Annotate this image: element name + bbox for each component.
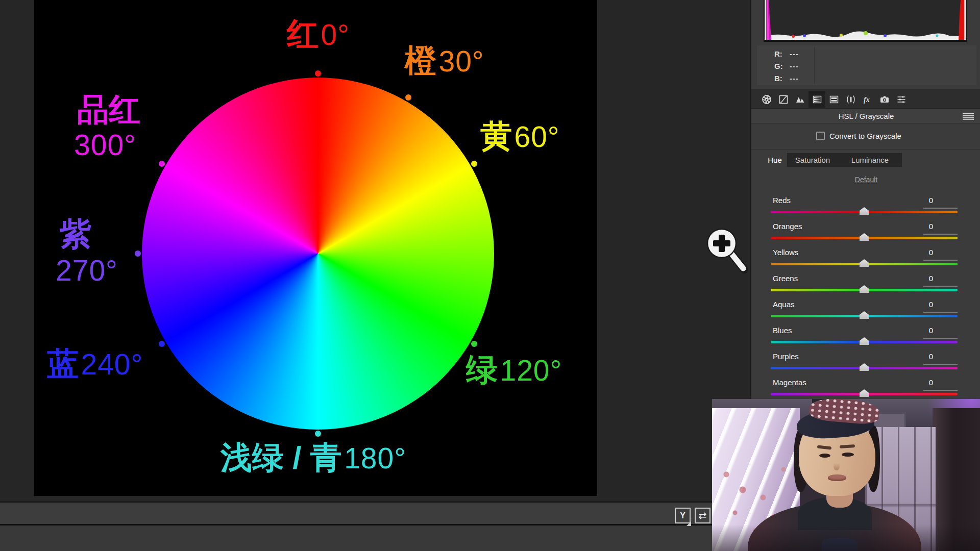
wheel-dot-red bbox=[315, 70, 321, 77]
slider-label: Purples bbox=[773, 352, 799, 361]
tab-hue[interactable]: Hue bbox=[763, 153, 787, 167]
slider-value-underline bbox=[923, 364, 958, 365]
wheel-dot-yellow bbox=[471, 161, 477, 167]
zoom-in-cursor-icon bbox=[702, 224, 751, 276]
slider-thumb[interactable] bbox=[860, 389, 869, 397]
slider-value-underline bbox=[923, 286, 958, 287]
wheel-label-cyan: 浅绿 / 青 180° bbox=[220, 442, 406, 473]
slider-row-yellows: Yellows0 bbox=[751, 248, 980, 274]
tab-luminance[interactable]: Luminance bbox=[838, 153, 902, 167]
slider-value[interactable]: 0 bbox=[920, 300, 933, 309]
wheel-label-magenta: 品红 bbox=[77, 94, 140, 126]
tone-curve-tab-icon[interactable] bbox=[775, 91, 792, 108]
wheel-label-orange: 橙 30° bbox=[405, 45, 484, 77]
wheel-label-zh: 浅绿 / 青 bbox=[220, 440, 342, 475]
slider-value[interactable]: 0 bbox=[920, 248, 933, 257]
b-value: --- bbox=[790, 74, 799, 83]
slider-label: Aquas bbox=[773, 300, 795, 309]
swap-before-after-button[interactable]: ⇄ bbox=[695, 508, 710, 523]
slider-value-underline bbox=[923, 260, 958, 261]
wheel-label-red: 红 0° bbox=[287, 18, 350, 50]
slider-thumb[interactable] bbox=[860, 285, 869, 293]
hue-wheel bbox=[142, 78, 494, 430]
divider bbox=[814, 47, 815, 84]
panel-header: HSL / Grayscale bbox=[751, 109, 980, 123]
convert-grayscale-row: Convert to Grayscale bbox=[751, 124, 980, 149]
slider-value[interactable]: 0 bbox=[920, 378, 933, 387]
wheel-label-yellow: 黄 60° bbox=[480, 120, 560, 152]
slider-thumb[interactable] bbox=[860, 363, 869, 371]
swap-icon: ⇄ bbox=[699, 510, 707, 521]
effects-tab-icon[interactable]: fx bbox=[859, 91, 876, 108]
wheel-dot-magenta bbox=[159, 161, 165, 167]
slider-value[interactable]: 0 bbox=[920, 274, 933, 283]
wheel-label-purple: 紫 bbox=[60, 218, 91, 250]
wheel-label-green: 绿 120° bbox=[466, 354, 562, 386]
wheel-dot-purple bbox=[135, 251, 141, 257]
wheel-label-purple: 270° bbox=[56, 256, 118, 285]
filmstrip-bar bbox=[0, 524, 750, 551]
basic-tab-icon[interactable] bbox=[758, 91, 775, 108]
slider-value-underline bbox=[923, 208, 958, 209]
detail-tab-icon[interactable] bbox=[792, 91, 808, 108]
wheel-label-degrees: 60° bbox=[514, 120, 559, 153]
slider-row-purples: Purples0 bbox=[751, 352, 980, 378]
webcam-vignette bbox=[712, 524, 980, 551]
slider-value[interactable]: 0 bbox=[920, 352, 933, 361]
wheel-label-blue: 蓝 240° bbox=[47, 348, 143, 380]
adjustment-tab-strip: fx bbox=[751, 89, 980, 109]
wheel-label-degrees: 270° bbox=[56, 254, 118, 287]
wheel-label-magenta: 300° bbox=[74, 131, 136, 160]
divider bbox=[751, 149, 980, 149]
convert-grayscale-checkbox[interactable] bbox=[816, 132, 825, 140]
presets-tab-icon[interactable] bbox=[893, 91, 910, 108]
tab-saturation[interactable]: Saturation bbox=[787, 153, 838, 167]
default-link[interactable]: Default bbox=[751, 176, 980, 184]
r-label: R: bbox=[774, 49, 782, 58]
wheel-label-degrees: 120° bbox=[500, 354, 562, 387]
slider-row-blues: Blues0 bbox=[751, 326, 980, 352]
slider-label: Reds bbox=[773, 196, 791, 205]
r-value: --- bbox=[790, 49, 799, 58]
slider-label: Magentas bbox=[773, 378, 806, 387]
slider-value-underline bbox=[923, 234, 958, 235]
slider-row-oranges: Oranges0 bbox=[751, 222, 980, 248]
wheel-label-zh: 紫 bbox=[60, 216, 91, 252]
wheel-label-degrees: 180° bbox=[344, 442, 406, 474]
slider-value[interactable]: 0 bbox=[920, 326, 933, 335]
webcam-person-eye bbox=[842, 453, 854, 457]
wheel-dot-cyan bbox=[315, 431, 321, 437]
slider-row-greens: Greens0 bbox=[751, 274, 980, 300]
g-value: --- bbox=[790, 62, 799, 70]
g-label: G: bbox=[774, 62, 783, 70]
slider-thumb[interactable] bbox=[860, 311, 869, 319]
webcam-person-nose bbox=[834, 458, 840, 470]
slider-thumb[interactable] bbox=[860, 337, 869, 345]
slider-thumb[interactable] bbox=[860, 259, 869, 267]
wheel-label-zh: 橙 bbox=[405, 43, 436, 78]
slider-value-underline bbox=[923, 390, 958, 391]
wheel-label-zh: 黄 bbox=[480, 118, 512, 154]
camera-calibration-tab-icon[interactable] bbox=[876, 91, 893, 108]
slider-thumb[interactable] bbox=[860, 233, 869, 241]
histogram-plot bbox=[765, 0, 966, 40]
preview-mode-button[interactable]: Y bbox=[675, 508, 691, 523]
webcam-overlay bbox=[712, 399, 980, 551]
hsl-grayscale-tab-icon[interactable] bbox=[808, 91, 825, 108]
image-canvas[interactable]: 红 0°橙 30°黄 60°绿 120°浅绿 / 青 180°蓝 240°紫27… bbox=[34, 0, 597, 496]
wheel-label-degrees: 240° bbox=[81, 348, 143, 381]
app-window: 红 0°橙 30°黄 60°绿 120°浅绿 / 青 180°蓝 240°紫27… bbox=[0, 0, 980, 551]
panel-title: HSL / Grayscale bbox=[751, 109, 980, 123]
slider-thumb[interactable] bbox=[860, 207, 869, 215]
slider-row-reds: Reds0 bbox=[751, 196, 980, 222]
wheel-label-degrees: 30° bbox=[438, 45, 484, 78]
slider-label: Yellows bbox=[773, 248, 798, 257]
convert-grayscale-label: Convert to Grayscale bbox=[829, 132, 901, 140]
panel-menu-icon[interactable] bbox=[963, 113, 974, 120]
slider-value[interactable]: 0 bbox=[920, 222, 933, 231]
wheel-label-zh: 红 bbox=[287, 16, 318, 52]
slider-value[interactable]: 0 bbox=[920, 196, 933, 205]
webcam-person-eye bbox=[819, 454, 830, 458]
split-toning-tab-icon[interactable] bbox=[825, 91, 842, 108]
lens-corrections-tab-icon[interactable] bbox=[842, 91, 859, 108]
